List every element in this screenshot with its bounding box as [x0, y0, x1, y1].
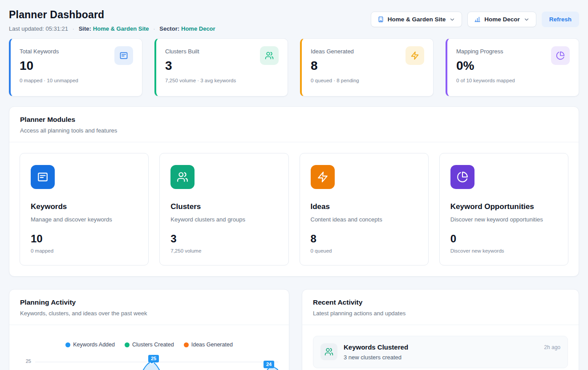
module-value: 8	[311, 233, 418, 245]
meta-separator: ·	[73, 26, 74, 32]
module-title: Clusters	[170, 202, 277, 211]
stat-text: Clusters Built 3 7,250 volume · 3 avg ke…	[165, 46, 236, 88]
stat-card-clusters-built: Clusters Built 3 7,250 volume · 3 avg ke…	[154, 38, 288, 97]
stat-label: Mapping Progress	[456, 48, 515, 55]
planning-activity-title: Planning Activity	[20, 298, 278, 306]
stat-label: Total Keywords	[20, 48, 78, 55]
refresh-button[interactable]: Refresh	[542, 12, 579, 27]
legend-item-ideas-generated: Ideas Generated	[184, 342, 233, 348]
stat-value: 3	[165, 59, 236, 73]
stat-value: 0%	[456, 59, 515, 73]
stat-value: 8	[311, 59, 359, 73]
legend-item-keywords-added: Keywords Added	[65, 342, 115, 348]
y-axis-tick: 25	[20, 355, 35, 370]
activity-item-title: Keywords Clustered	[344, 343, 408, 351]
module-value: 3	[170, 233, 277, 245]
module-card-clusters[interactable]: Clusters Keyword clusters and groups 3 7…	[159, 153, 288, 265]
module-detail: 7,250 volume	[170, 248, 277, 253]
building-icon	[377, 16, 384, 23]
modules-subtitle: Access all planning tools and features	[20, 127, 568, 134]
legend-dot-blue	[65, 342, 70, 347]
legend-dot-orange	[184, 342, 189, 347]
activity-item-text: Keywords Clustered 3 new clusters create…	[344, 343, 408, 361]
page-title: Planner Dashboard	[9, 9, 215, 21]
activity-item-timestamp: 2h ago	[544, 343, 560, 350]
modules-panel-header: Planner Modules Access all planning tool…	[9, 107, 579, 142]
header-controls: Home & Garden Site Home Decor Refresh	[371, 12, 579, 27]
stat-detail: 7,250 volume · 3 avg keywords	[165, 78, 236, 83]
page-meta: Last updated: 05:31:21 · Site:Home & Gar…	[9, 25, 215, 32]
pie-chart-icon	[450, 165, 474, 189]
page-header: Planner Dashboard Last updated: 05:31:21…	[0, 0, 588, 38]
document-icon	[114, 46, 133, 65]
legend-label: Clusters Created	[132, 342, 174, 348]
legend-item-clusters-created: Clusters Created	[125, 342, 174, 348]
stat-label: Ideas Generated	[311, 48, 359, 55]
module-detail: 0 mapped	[31, 248, 138, 253]
chevron-down-icon	[523, 16, 530, 23]
module-card-keywords[interactable]: Keywords Manage and discover keywords 10…	[20, 153, 149, 265]
module-description: Discover new keyword opportunities	[450, 216, 557, 223]
users-icon	[260, 46, 279, 65]
planning-activity-header: Planning Activity Keywords, clusters, an…	[9, 290, 289, 325]
data-point-label-25: 25	[148, 355, 159, 362]
module-title: Ideas	[311, 202, 418, 211]
site-selector-dropdown[interactable]: Home & Garden Site	[371, 12, 462, 27]
site-selector-value: Home & Garden Site	[388, 16, 446, 23]
recent-activity-panel: Recent Activity Latest planning actions …	[302, 289, 579, 370]
planner-modules-panel: Planner Modules Access all planning tool…	[9, 106, 579, 277]
module-card-keyword-opportunities[interactable]: Keyword Opportunities Discover new keywo…	[439, 153, 568, 265]
sector-meta: Sector:Home Decor	[159, 25, 215, 32]
data-point-label-24: 24	[264, 361, 274, 368]
legend-label: Ideas Generated	[191, 342, 233, 348]
stat-detail: 0 mapped · 10 unmapped	[20, 78, 78, 83]
modules-grid: Keywords Manage and discover keywords 10…	[9, 142, 579, 276]
module-description: Keyword clusters and groups	[170, 216, 277, 223]
stat-card-ideas-generated: Ideas Generated 8 0 queued · 8 pending	[300, 38, 434, 97]
recent-activity-title: Recent Activity	[313, 298, 568, 306]
module-detail: Discover new keywords	[450, 248, 557, 253]
module-value: 0	[450, 233, 557, 245]
stat-value: 10	[20, 59, 78, 73]
sector-selector-dropdown[interactable]: Home Decor	[467, 12, 536, 27]
users-icon	[170, 165, 195, 189]
module-description: Manage and discover keywords	[31, 216, 138, 223]
last-updated-text: Last updated: 05:31:21	[9, 25, 68, 32]
chevron-down-icon	[449, 16, 455, 23]
users-icon	[320, 343, 337, 360]
site-label: Site:	[79, 25, 91, 32]
stat-detail: 0 queued · 8 pending	[311, 78, 359, 83]
site-meta: Site:Home & Garden Site	[79, 25, 149, 32]
recent-activity-header: Recent Activity Latest planning actions …	[302, 290, 579, 325]
module-value: 10	[31, 233, 138, 245]
module-detail: 0 queued	[311, 248, 418, 253]
stat-card-mapping-progress: Mapping Progress 0% 0 of 10 keywords map…	[446, 38, 579, 97]
stat-detail: 0 of 10 keywords mapped	[456, 78, 515, 83]
stat-text: Mapping Progress 0% 0 of 10 keywords map…	[456, 46, 515, 88]
sector-link[interactable]: Home Decor	[181, 25, 215, 32]
module-description: Content ideas and concepts	[311, 216, 418, 223]
stat-text: Total Keywords 10 0 mapped · 10 unmapped	[20, 46, 78, 88]
module-title: Keyword Opportunities	[450, 202, 557, 211]
stat-label: Clusters Built	[165, 48, 236, 55]
planning-activity-panel: Planning Activity Keywords, clusters, an…	[9, 289, 289, 370]
header-left: Planner Dashboard Last updated: 05:31:21…	[9, 9, 215, 32]
recent-activity-list: Keywords Clustered 3 new clusters create…	[302, 325, 579, 370]
lightning-icon	[311, 165, 335, 189]
recent-activity-subtitle: Latest planning actions and updates	[313, 310, 568, 317]
stat-card-total-keywords: Total Keywords 10 0 mapped · 10 unmapped	[9, 38, 142, 97]
pie-chart-icon	[551, 46, 570, 65]
bottom-row: Planning Activity Keywords, clusters, an…	[9, 289, 579, 370]
bar-chart-icon	[474, 16, 481, 23]
sector-selector-value: Home Decor	[484, 16, 520, 23]
planner-dashboard-page: Planner Dashboard Last updated: 05:31:21…	[0, 0, 588, 370]
meta-separator: ·	[154, 26, 155, 32]
stats-row: Total Keywords 10 0 mapped · 10 unmapped…	[0, 38, 588, 97]
stat-text: Ideas Generated 8 0 queued · 8 pending	[311, 46, 359, 88]
chart-plot-area: 25 25 24	[20, 355, 278, 370]
legend-label: Keywords Added	[73, 342, 115, 348]
sector-label: Sector:	[159, 25, 179, 32]
activity-item-keywords-clustered: Keywords Clustered 3 new clusters create…	[313, 336, 568, 368]
module-card-ideas[interactable]: Ideas Content ideas and concepts 8 0 que…	[300, 153, 429, 265]
site-link[interactable]: Home & Garden Site	[93, 25, 149, 32]
